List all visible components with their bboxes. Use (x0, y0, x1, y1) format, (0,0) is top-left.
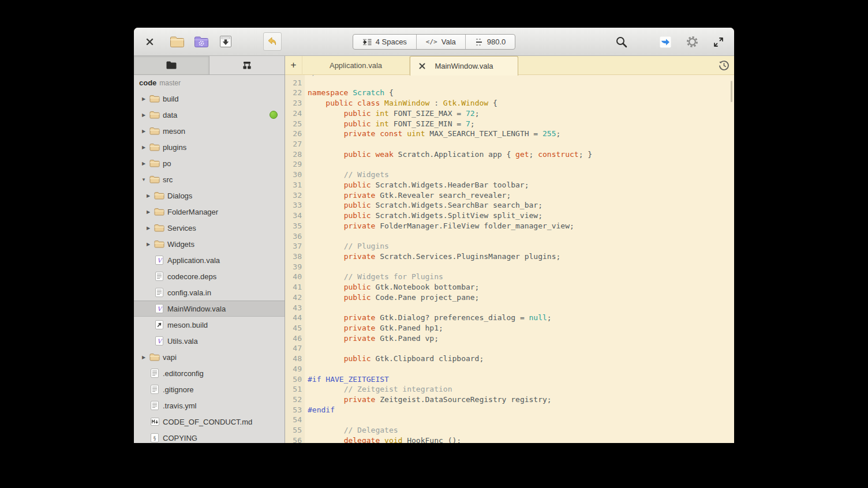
share-button[interactable] (656, 32, 675, 52)
code-line-42[interactable]: public Code.Pane project_pane; (308, 292, 734, 303)
indent-width-button[interactable]: 4 Spaces (353, 35, 417, 49)
tree-item-meson[interactable]: ▶meson (134, 123, 285, 139)
chevron-right-icon[interactable]: ▶ (140, 129, 148, 134)
tree-item-label: meson (163, 127, 185, 136)
chevron-right-icon[interactable]: ▶ (140, 355, 148, 360)
code-line-55[interactable]: // Delegates (308, 425, 734, 436)
tab-close-icon[interactable] (417, 61, 426, 70)
code-text[interactable]: */namespace Scratch { public class MainW… (305, 75, 734, 443)
code-line-24[interactable]: public int FONT_SIZE_MAX = 72; (308, 108, 734, 119)
tree-item-code-of-conduct-md[interactable]: CODE_OF_CONDUCT.md (134, 414, 285, 430)
history-button[interactable] (719, 60, 729, 71)
chevron-right-icon[interactable]: ▶ (140, 96, 148, 102)
tree-item-utils-vala[interactable]: VUtils.vala (134, 333, 285, 349)
tab-application-vala[interactable]: Application.vala (302, 56, 410, 75)
line-number: 34 (285, 211, 302, 221)
code-line-41[interactable]: public Gtk.Notebook bottombar; (308, 282, 734, 292)
tree-item-foldermanager[interactable]: ▶FolderManager (134, 204, 285, 220)
window-close-button[interactable] (142, 32, 157, 51)
code-line-27[interactable] (308, 139, 734, 149)
code-line-35[interactable]: private FolderManager.FileView folder_ma… (308, 221, 734, 231)
code-line-34[interactable]: public Scratch.Widgets.SplitView split_v… (308, 211, 734, 221)
code-line-53[interactable]: #endif (308, 405, 734, 415)
outline-view-tab[interactable] (209, 56, 285, 74)
code-line-28[interactable]: public weak Scratch.Application app { ge… (308, 149, 734, 160)
project-header[interactable]: code master (134, 75, 285, 91)
chevron-right-icon[interactable]: ▶ (144, 193, 152, 198)
code-line-50[interactable]: #if HAVE_ZEITGEIST (308, 374, 734, 385)
chevron-right-icon[interactable]: ▶ (140, 112, 148, 118)
undo-button[interactable] (263, 32, 282, 51)
line-number: 55 (285, 425, 302, 436)
chevron-right-icon[interactable]: ▶ (140, 145, 148, 150)
tree-item-src[interactable]: ▼src (134, 171, 285, 187)
code-line-54[interactable] (308, 415, 734, 425)
code-line-44[interactable]: private Gtk.Dialog? preferences_dialog =… (308, 313, 734, 323)
code-line-45[interactable]: private Gtk.Paned hp1; (308, 323, 734, 333)
source-view[interactable]: 2021222324252627282930313233343536373839… (285, 75, 734, 443)
tree-item-plugins[interactable]: ▶plugins (134, 139, 285, 155)
chevron-right-icon[interactable]: ▶ (144, 226, 152, 231)
code-line-36[interactable] (308, 231, 734, 242)
goto-line-button[interactable]: 980.0 (466, 35, 515, 49)
code-line-29[interactable] (308, 159, 734, 170)
project-name: code (139, 78, 156, 87)
chevron-right-icon[interactable]: ▶ (140, 161, 148, 166)
settings-button[interactable] (682, 32, 702, 52)
code-line-23[interactable]: public class MainWindow : Gtk.Window { (308, 98, 734, 108)
save-as-button[interactable] (216, 32, 235, 51)
tree-item-copying[interactable]: §COPYING (134, 430, 285, 443)
code-line-46[interactable]: private Gtk.Paned vp; (308, 333, 734, 344)
tree-item-mainwindow-vala[interactable]: VMainWindow.vala (134, 301, 285, 317)
code-line-31[interactable]: public Scratch.Widgets.HeaderBar toolbar… (308, 180, 734, 190)
tree-item-data[interactable]: ▶data (134, 107, 285, 123)
code-line-39[interactable] (308, 262, 734, 272)
line-number: 23 (285, 98, 302, 108)
tree-item-codecore-deps[interactable]: codecore.deps (134, 268, 285, 284)
language-button[interactable]: </> Vala (417, 35, 466, 49)
code-line-49[interactable] (308, 364, 734, 374)
open-file-button[interactable] (167, 32, 187, 51)
code-line-37[interactable]: // Plugins (308, 241, 734, 251)
project-templates-button[interactable] (192, 32, 211, 51)
chevron-right-icon[interactable]: ▶ (144, 242, 152, 247)
line-number: 44 (285, 313, 302, 323)
fullscreen-button[interactable] (709, 32, 728, 52)
code-line-43[interactable] (308, 303, 734, 313)
chevron-right-icon[interactable]: ▶ (144, 209, 152, 215)
tree-item-vapi[interactable]: ▶vapi (134, 349, 285, 365)
chevron-down-icon[interactable]: ▼ (140, 177, 148, 182)
code-line-52[interactable]: private Zeitgeist.DataSourceRegistry reg… (308, 395, 734, 405)
tree-item-config-vala-in[interactable]: config.vala.in (134, 284, 285, 301)
search-button[interactable] (612, 32, 631, 52)
tree-item-application-vala[interactable]: VApplication.vala (134, 252, 285, 268)
code-line-40[interactable]: // Widgets for Plugins (308, 272, 734, 282)
tree-item-build[interactable]: ▶build (134, 91, 285, 107)
outline-view-icon (241, 61, 253, 70)
code-line-32[interactable]: private Gtk.Revealer search_revealer; (308, 190, 734, 201)
code-line-25[interactable]: public int FONT_SIZE_MIN = 7; (308, 119, 734, 129)
code-line-48[interactable]: public Gtk.Clipboard clipboard; (308, 354, 734, 364)
tree-item-services[interactable]: ▶Services (134, 220, 285, 236)
svg-text:§: § (154, 436, 156, 441)
tree-item--travis-yml[interactable]: .travis.yml (134, 397, 285, 414)
code-line-38[interactable]: private Scratch.Services.PluginsManager … (308, 251, 734, 262)
tab-mainwindow-vala[interactable]: MainWindow.vala (410, 56, 518, 76)
code-line-22[interactable]: namespace Scratch { (308, 88, 734, 98)
tree-item--gitignore[interactable]: .gitignore (134, 381, 285, 397)
tree-item-widgets[interactable]: ▶Widgets (134, 236, 285, 252)
code-line-33[interactable]: public Scratch.Widgets.SearchBar search_… (308, 200, 734, 211)
code-line-30[interactable]: // Widgets (308, 170, 734, 180)
tree-item-po[interactable]: ▶po (134, 155, 285, 171)
code-line-21[interactable] (308, 78, 734, 88)
tree-item-meson-build[interactable]: meson.build (134, 317, 285, 333)
code-line-26[interactable]: private const uint MAX_SEARCH_TEXT_LENGT… (308, 129, 734, 139)
code-line-51[interactable]: // Zeitgeist integration (308, 384, 734, 395)
code-line-56[interactable]: delegate void HookFunc (); (308, 436, 734, 443)
tree-item--editorconfig[interactable]: .editorconfig (134, 365, 285, 381)
new-tab-button[interactable]: + (285, 56, 302, 75)
scrollbar-thumb[interactable] (731, 81, 732, 102)
code-line-47[interactable] (308, 343, 734, 354)
files-view-tab[interactable] (134, 56, 209, 74)
tree-item-dialogs[interactable]: ▶Dialogs (134, 187, 285, 204)
